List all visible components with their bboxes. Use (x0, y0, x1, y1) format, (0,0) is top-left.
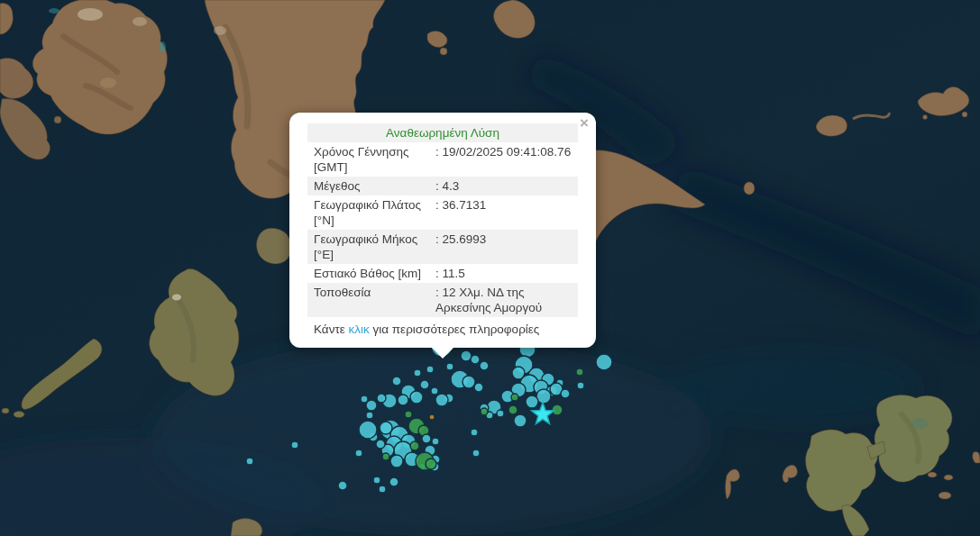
event-marker[interactable] (246, 458, 253, 465)
more-info-link[interactable]: κλικ (349, 323, 370, 336)
detail-value: : 25.6993 (429, 230, 578, 264)
detail-value: : 12 Χλμ. ΝΔ της Αρκεσίνης Αμοργού (429, 283, 578, 317)
event-marker[interactable] (390, 455, 403, 468)
detail-label: Μέγεθος (307, 177, 429, 195)
detail-label: Εστιακό Βάθος [km] (307, 264, 429, 283)
event-detail-row: Τοποθεσία: 12 Χλμ. ΝΔ της Αρκεσίνης Αμορ… (307, 283, 578, 317)
event-detail-row: Μέγεθος: 4.3 (307, 177, 578, 195)
event-marker[interactable] (359, 421, 377, 439)
event-marker[interactable] (398, 395, 408, 405)
event-marker[interactable] (508, 405, 517, 414)
event-detail-row: Γεωγραφικό Μήκος [°E]: 25.6993 (307, 230, 578, 264)
detail-value: : 4.3 (429, 177, 578, 195)
islet (944, 475, 953, 480)
event-marker[interactable] (410, 391, 423, 404)
islet (928, 472, 937, 477)
event-marker[interactable] (426, 459, 436, 469)
event-marker[interactable] (480, 361, 489, 370)
event-marker[interactable] (405, 411, 412, 418)
event-marker[interactable] (577, 382, 584, 389)
event-marker[interactable] (461, 350, 472, 361)
event-marker[interactable] (389, 477, 398, 486)
detail-value: : 19/02/2025 09:41:08.76 (429, 142, 578, 177)
event-marker[interactable] (420, 380, 429, 389)
event-marker[interactable] (446, 363, 453, 370)
event-marker[interactable] (355, 450, 362, 457)
detail-value: : 36.7131 (429, 195, 578, 230)
event-marker[interactable] (377, 394, 386, 403)
event-marker[interactable] (426, 366, 434, 373)
popup-title: Αναθεωρημένη Λύση (307, 123, 578, 142)
event-marker[interactable] (514, 414, 527, 427)
event-marker[interactable] (432, 438, 439, 445)
event-marker[interactable] (596, 354, 612, 370)
islet (939, 492, 951, 499)
event-marker[interactable] (392, 377, 401, 386)
event-marker[interactable] (431, 387, 438, 395)
detail-label: Γεωγραφικό Μήκος [°E] (307, 230, 429, 264)
islet (2, 408, 9, 413)
detail-label: Χρόνος Γέννησης [GMT] (307, 142, 429, 177)
event-marker[interactable] (463, 376, 475, 388)
event-marker[interactable] (552, 404, 563, 415)
popup-close-button[interactable]: × (580, 115, 589, 131)
event-marker[interactable] (379, 486, 386, 493)
event-marker[interactable] (472, 450, 480, 457)
islet (440, 48, 447, 55)
event-marker[interactable] (526, 395, 538, 408)
event-marker[interactable] (435, 394, 448, 406)
islet (923, 115, 928, 120)
event-detail-row: Εστιακό Βάθος [km]: 11.5 (307, 264, 578, 283)
detail-label: Γεωγραφικό Πλάτος [°N] (307, 195, 429, 230)
event-marker[interactable] (366, 400, 377, 411)
earthquake-map-app: × Αναθεωρημένη Λύση Χρόνος Γέννησης [GMT… (0, 0, 980, 536)
event-marker[interactable] (380, 422, 392, 434)
event-marker[interactable] (471, 429, 478, 436)
island-irakleia (257, 228, 292, 264)
event-marker[interactable] (561, 389, 570, 398)
event-marker[interactable] (474, 383, 483, 392)
event-marker[interactable] (338, 481, 347, 490)
event-marker[interactable] (497, 410, 504, 417)
footer-text-prefix: Κάντε (314, 323, 349, 336)
event-marker[interactable] (373, 477, 380, 484)
event-marker[interactable] (481, 408, 488, 415)
event-marker[interactable] (429, 414, 435, 420)
detail-value: : 11.5 (429, 264, 578, 283)
event-details-rows: Χρόνος Γέννησης [GMT]: 19/02/2025 09:41:… (307, 142, 578, 317)
islet-right-edge (973, 452, 980, 464)
footer-text-suffix: για περισσότερες πληροφορίες (370, 323, 540, 336)
event-marker[interactable] (471, 355, 480, 364)
event-marker[interactable] (511, 394, 518, 401)
event-marker[interactable] (366, 412, 373, 419)
islet (744, 182, 755, 195)
event-marker[interactable] (376, 440, 385, 449)
event-detail-row: Χρόνος Γέννησης [GMT]: 19/02/2025 09:41:… (307, 142, 578, 177)
event-details-table: Χρόνος Γέννησης [GMT]: 19/02/2025 09:41:… (307, 142, 578, 317)
event-marker[interactable] (422, 434, 431, 443)
event-marker[interactable] (382, 453, 389, 460)
islet (962, 112, 967, 117)
event-marker[interactable] (361, 395, 368, 403)
event-marker[interactable] (291, 441, 298, 449)
event-info-popup: × Αναθεωρημένη Λύση Χρόνος Γέννησης [GMT… (289, 113, 596, 348)
event-marker[interactable] (576, 368, 583, 376)
islet (54, 116, 61, 123)
islet (14, 412, 24, 418)
popup-footer: Κάντε κλικ για περισσότερες πληροφορίες (307, 317, 578, 339)
detail-label: Τοποθεσία (307, 283, 429, 317)
event-marker[interactable] (410, 441, 419, 450)
event-detail-row: Γεωγραφικό Πλάτος [°N]: 36.7131 (307, 195, 578, 230)
event-marker[interactable] (414, 369, 421, 377)
